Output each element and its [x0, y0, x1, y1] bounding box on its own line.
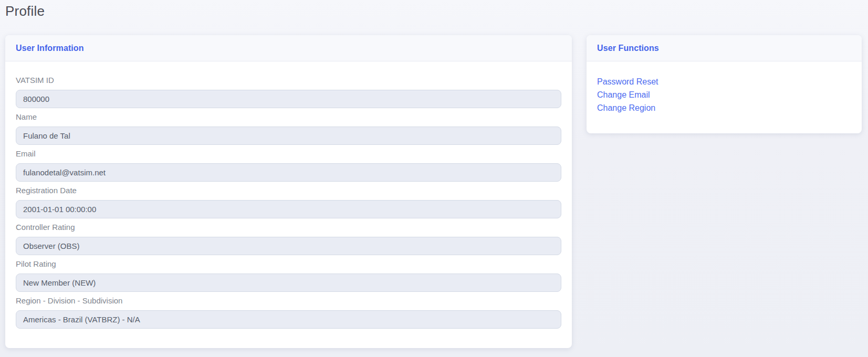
field-group-registration-date: Registration Date	[16, 185, 561, 218]
vatsim-id-label: VATSIM ID	[16, 75, 561, 86]
user-functions-card-title: User Functions	[597, 44, 659, 53]
region-division-subdivision-label: Region - Division - Subdivision	[16, 296, 561, 306]
user-functions-card: User Functions Password Reset Change Ema…	[587, 35, 862, 133]
user-functions-card-header: User Functions	[587, 35, 862, 61]
email-input[interactable]	[16, 163, 561, 182]
registration-date-input[interactable]	[16, 200, 561, 218]
field-group-name: Name	[16, 112, 561, 145]
controller-rating-label: Controller Rating	[16, 222, 561, 233]
name-input[interactable]	[16, 127, 561, 145]
email-label: Email	[16, 149, 561, 159]
vatsim-id-input[interactable]	[16, 90, 561, 108]
field-group-region-division-subdivision: Region - Division - Subdivision	[16, 296, 561, 329]
field-group-controller-rating: Controller Rating	[16, 222, 561, 255]
user-information-card-header: User Information	[5, 35, 572, 61]
user-information-card-body: VATSIM ID Name Email Registration Date C…	[5, 61, 572, 329]
change-email-link[interactable]: Change Email	[597, 88, 650, 101]
field-group-vatsim-id: VATSIM ID	[16, 75, 561, 108]
change-region-link[interactable]: Change Region	[597, 101, 655, 114]
pilot-rating-label: Pilot Rating	[16, 259, 561, 269]
name-label: Name	[16, 112, 561, 122]
user-functions-card-body: Password Reset Change Email Change Regio…	[587, 61, 862, 128]
user-information-card-title: User Information	[16, 44, 84, 53]
registration-date-label: Registration Date	[16, 185, 561, 196]
field-group-email: Email	[16, 149, 561, 182]
controller-rating-input[interactable]	[16, 237, 561, 255]
field-group-pilot-rating: Pilot Rating	[16, 259, 561, 292]
user-information-card: User Information VATSIM ID Name Email Re…	[5, 35, 572, 348]
region-division-subdivision-input[interactable]	[16, 310, 561, 329]
password-reset-link[interactable]: Password Reset	[597, 75, 658, 88]
page-title: Profile	[5, 3, 45, 19]
pilot-rating-input[interactable]	[16, 274, 561, 292]
